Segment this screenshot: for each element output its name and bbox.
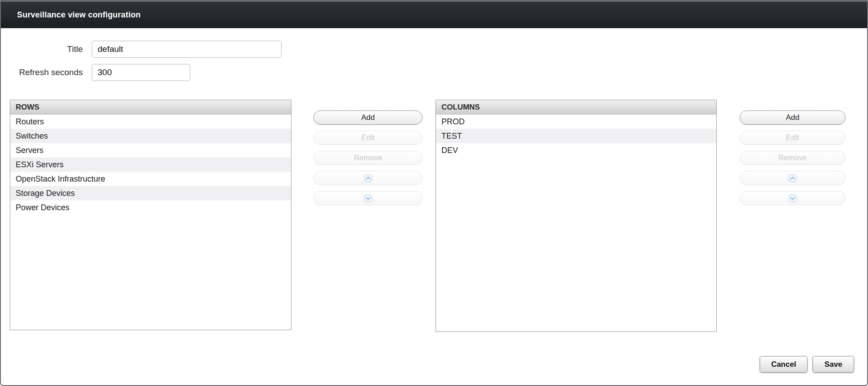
columns-remove-button[interactable]: Remove — [740, 151, 846, 165]
rows-list-item[interactable]: Routers — [10, 115, 291, 129]
rows-remove-button[interactable]: Remove — [313, 151, 423, 165]
title-label: Title — [1, 41, 83, 58]
dialog-title: Surveillance view configuration — [17, 10, 141, 20]
surveillance-config-dialog: Surveillance view configuration Title Re… — [0, 0, 868, 386]
columns-move-down-button[interactable] — [740, 191, 846, 205]
chevron-up-icon — [364, 174, 372, 182]
rows-list-item[interactable]: Storage Devices — [10, 186, 291, 200]
rows-add-button[interactable]: Add — [313, 110, 423, 125]
rows-list-item[interactable]: Servers — [10, 143, 291, 157]
chevron-down-icon — [788, 194, 797, 203]
cancel-button[interactable]: Cancel — [760, 356, 808, 373]
rows-edit-button[interactable]: Edit — [313, 131, 423, 145]
rows-move-up-button[interactable] — [313, 171, 423, 185]
chevron-up-icon — [788, 174, 797, 182]
columns-panel: COLUMNS PROD TEST DEV — [436, 100, 717, 332]
rows-list-item[interactable]: ESXi Servers — [10, 157, 291, 172]
rows-list-item[interactable]: Switches — [10, 129, 291, 143]
columns-list-item[interactable]: DEV — [436, 143, 716, 157]
rows-panel-header: ROWS — [10, 100, 291, 115]
refresh-seconds-label: Refresh seconds — [1, 64, 83, 81]
dialog-header: Surveillance view configuration — [1, 2, 867, 28]
columns-list-item[interactable]: TEST — [436, 129, 716, 143]
rows-panel: ROWS Routers Switches Servers ESXi Serve… — [10, 100, 291, 330]
columns-edit-button[interactable]: Edit — [740, 131, 846, 145]
columns-actions: Add Edit Remove — [740, 110, 846, 211]
rows-list-item[interactable]: OpenStack Infrastructure — [10, 172, 291, 186]
rows-list-item[interactable]: Power Devices — [10, 200, 291, 215]
columns-add-button[interactable]: Add — [740, 110, 846, 125]
title-input[interactable] — [92, 41, 282, 58]
columns-move-up-button[interactable] — [740, 171, 846, 185]
rows-move-down-button[interactable] — [313, 191, 423, 205]
columns-list-item[interactable]: PROD — [436, 115, 716, 129]
save-button[interactable]: Save — [812, 356, 854, 373]
columns-panel-header: COLUMNS — [436, 100, 716, 115]
chevron-down-icon — [364, 194, 372, 203]
rows-actions: Add Edit Remove — [313, 110, 423, 211]
refresh-seconds-input[interactable] — [92, 64, 190, 81]
